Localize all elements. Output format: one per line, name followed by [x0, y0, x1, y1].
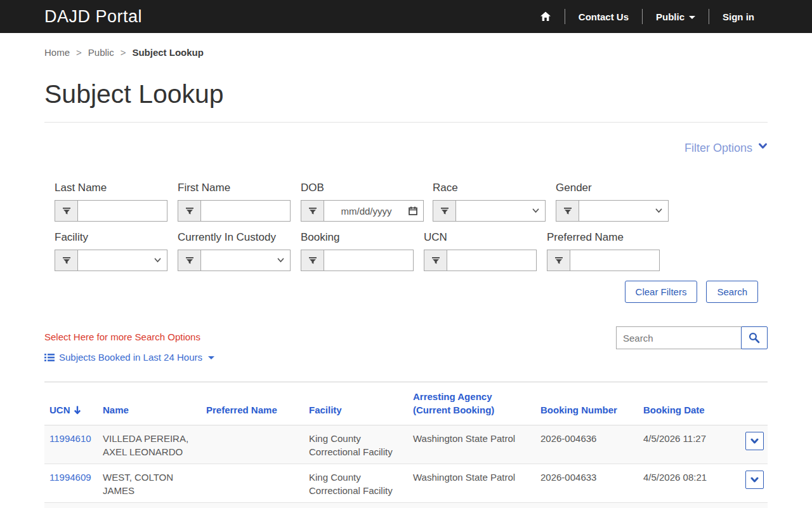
row-expand-button[interactable]	[745, 471, 764, 489]
booked-last-24-label: Subjects Booked in Last 24 Hours	[59, 352, 202, 363]
quick-search-input[interactable]	[616, 326, 742, 349]
row-expand-button[interactable]	[745, 432, 764, 450]
table-row: 11994610 VILLEDA PEREIRA, AXEL LEONARDO …	[44, 425, 768, 464]
last-name-input[interactable]	[78, 201, 167, 221]
nav-sign-in-label: Sign in	[723, 11, 754, 22]
name-cell: VILLEDA PEREIRA, AXEL LEONARDO	[98, 425, 201, 464]
nav-sign-in[interactable]: Sign in	[709, 11, 768, 22]
table-row: 11994609 WEST, COLTON JAMES King County …	[44, 464, 768, 503]
filter-funnel-icon[interactable]	[55, 201, 78, 221]
dob-input[interactable]	[324, 201, 409, 221]
first-name-input[interactable]	[201, 201, 290, 221]
quick-search-button[interactable]	[741, 326, 768, 349]
filter-buttons: Clear Filters Search	[625, 281, 758, 303]
chevron-down-icon	[758, 142, 768, 150]
table-header-row: UCN Name Preferred Name Facility Arresti…	[44, 382, 768, 425]
filter-options-toggle[interactable]: Filter Options	[684, 142, 768, 155]
filter-funnel-icon[interactable]	[178, 250, 201, 271]
caret-down-icon	[208, 356, 214, 359]
search-icon	[749, 332, 760, 344]
preferred-name-cell	[201, 503, 304, 508]
navbar-links: Contact Us Public Sign in	[527, 9, 768, 24]
booked-last-24-link[interactable]: Subjects Booked in Last 24 Hours	[44, 352, 214, 363]
nav-public-label: Public	[656, 11, 684, 22]
ucn-input[interactable]	[447, 250, 536, 271]
breadcrumb-public[interactable]: Public	[88, 47, 114, 58]
select-chevron-icon	[655, 201, 668, 221]
column-header-ucn[interactable]: UCN	[44, 382, 98, 425]
filter-options-label: Filter Options	[684, 142, 752, 155]
quick-search	[616, 326, 768, 349]
home-button[interactable]	[527, 11, 565, 22]
facility-label: Facility	[55, 231, 167, 244]
facility-cell: King County Correctional Facility	[304, 425, 408, 464]
mid-row: Select Here for more Search Options Subj…	[44, 326, 768, 363]
column-header-facility[interactable]: Facility	[304, 382, 408, 425]
race-select[interactable]	[433, 200, 546, 222]
nav-public-menu[interactable]: Public	[643, 11, 709, 22]
filter-group-custody: Currently In Custody	[178, 231, 291, 271]
custody-select-value[interactable]	[201, 250, 277, 271]
column-header-name[interactable]: Name	[98, 382, 201, 425]
filter-funnel-icon[interactable]	[547, 250, 570, 271]
gender-select[interactable]	[556, 200, 669, 222]
filter-funnel-icon[interactable]	[424, 250, 447, 271]
filter-funnel-icon[interactable]	[301, 250, 324, 271]
filter-funnel-icon[interactable]	[301, 201, 324, 221]
name-cell: WEST, COLTON JAMES	[98, 464, 201, 503]
race-select-value[interactable]	[456, 201, 532, 221]
caret-down-icon	[689, 16, 695, 19]
brand-title[interactable]: DAJD Portal	[44, 7, 142, 27]
preferred-name-cell	[201, 425, 304, 464]
table-row: 11994608 Garcia-Victor, A King County Co…	[44, 503, 768, 508]
column-header-booking-date[interactable]: Booking Date	[638, 382, 737, 425]
booking-input[interactable]	[324, 250, 413, 271]
ucn-link[interactable]: 11994609	[49, 472, 91, 483]
booking-date-cell: 4/5/2026 08:03	[638, 503, 737, 508]
filter-group-first-name: First Name	[178, 182, 291, 222]
breadcrumb-current: Subject Lookup	[132, 47, 204, 58]
filter-funnel-icon[interactable]	[556, 201, 579, 221]
column-header-preferred-name[interactable]: Preferred Name	[201, 382, 304, 425]
gender-select-value[interactable]	[579, 201, 655, 221]
booking-number-cell: 2026-004633	[535, 464, 638, 503]
gender-label: Gender	[556, 182, 669, 194]
custody-select[interactable]	[178, 250, 291, 271]
arresting-agency-cell: Seattle Police	[408, 503, 535, 508]
booking-number-cell: 2026-004632	[535, 503, 638, 508]
last-name-label: Last Name	[55, 182, 167, 194]
breadcrumb-separator: >	[121, 47, 126, 58]
clear-filters-button[interactable]: Clear Filters	[625, 281, 698, 303]
column-header-actions	[737, 382, 768, 425]
filter-group-facility: Facility	[55, 231, 167, 271]
facility-select[interactable]	[55, 250, 167, 271]
column-header-booking-number[interactable]: Booking Number	[535, 382, 638, 425]
list-icon	[44, 353, 55, 362]
dob-label: DOB	[301, 182, 424, 194]
booking-date-cell: 4/5/2026 08:21	[638, 464, 737, 503]
breadcrumb: Home > Public > Subject Lookup	[44, 47, 768, 58]
breadcrumb-home[interactable]: Home	[44, 47, 70, 58]
ucn-link[interactable]: 11994610	[49, 433, 91, 444]
ucn-label: UCN	[424, 231, 537, 244]
filter-panel: Last Name First Name DOB	[44, 178, 768, 306]
filter-group-race: Race	[433, 182, 546, 222]
filter-funnel-icon[interactable]	[178, 201, 201, 221]
search-button[interactable]: Search	[706, 281, 758, 303]
preferred-name-label: Preferred Name	[547, 231, 660, 244]
booking-label: Booking	[301, 231, 414, 244]
filter-funnel-icon[interactable]	[433, 201, 456, 221]
more-search-options-link[interactable]: Select Here for more Search Options	[44, 326, 214, 342]
facility-cell: King County Correctional Facility	[304, 464, 408, 503]
column-header-arresting-agency[interactable]: Arresting Agency (Current Booking)	[408, 382, 535, 425]
filter-funnel-icon[interactable]	[55, 250, 78, 271]
select-chevron-icon	[154, 250, 167, 271]
filter-options-row: Filter Options	[44, 142, 768, 155]
preferred-name-input[interactable]	[570, 250, 659, 271]
facility-select-value[interactable]	[78, 250, 154, 271]
nav-contact-us[interactable]: Contact Us	[565, 11, 642, 22]
race-label: Race	[433, 182, 546, 194]
calendar-icon[interactable]	[409, 201, 423, 221]
filter-group-ucn: UCN	[424, 231, 537, 271]
breadcrumb-separator: >	[76, 47, 82, 58]
